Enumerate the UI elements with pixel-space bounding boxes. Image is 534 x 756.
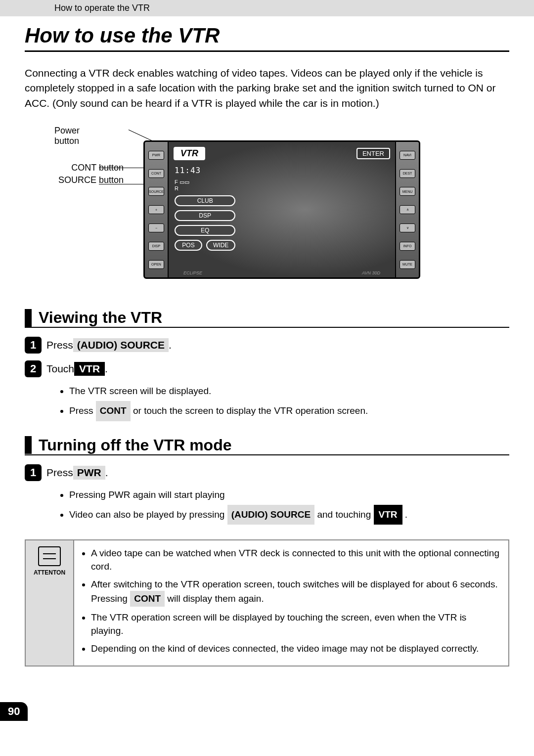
cont-button-label: CONT	[96, 401, 131, 421]
cont-button-label: CONT	[130, 591, 165, 607]
mute-button-icon: MUTE	[400, 260, 415, 269]
bullet-item: Pressing PWR again will start playing	[69, 486, 509, 504]
attention-text: will display them again.	[167, 593, 264, 604]
turnoff-bullets: Pressing PWR again will start playing Vi…	[69, 486, 509, 525]
book-icon	[38, 546, 61, 566]
dest-button-icon: DEST	[400, 169, 415, 178]
vtr-button-label: VTR	[374, 505, 402, 525]
device-left-buttons: PWR CONT SOURCE + − DISP OPEN	[145, 142, 168, 277]
device-touchscreen: VTR ENTER 11:43 F ▭▭R CLUB DSP EQ POS WI…	[168, 142, 396, 277]
attention-box: ATTENTON A video tape can be watched whe…	[25, 539, 509, 667]
soft-pos-button: POS	[175, 240, 202, 251]
device-right-buttons: NAVI DEST MENU ∧ ∨ INFO MUTE	[396, 142, 419, 277]
attention-icon-column: ATTENTON	[26, 540, 74, 666]
section-viewing-title: Viewing the VTR	[39, 309, 162, 327]
section-viewing-header: Viewing the VTR	[25, 309, 509, 328]
attention-item: Depending on the kind of devices connect…	[91, 642, 500, 656]
step-text: Press	[46, 339, 73, 351]
attention-label: ATTENTON	[34, 569, 65, 576]
screen-vtr-tag: VTR	[174, 147, 205, 160]
bullet-text: Video can also be played by pressing	[69, 509, 227, 520]
header-breadcrumb: How to operate the VTR	[0, 0, 534, 16]
bullet-text: and touching	[317, 509, 373, 520]
bullet-text: or touch the screen to display the VTR o…	[133, 405, 368, 416]
page-number: 90	[0, 702, 28, 721]
step-suffix: .	[105, 467, 108, 479]
menu-button-icon: MENU	[400, 187, 415, 196]
step-number: 1	[25, 337, 42, 354]
step-2-viewing: 2 Touch VTR .	[25, 360, 509, 377]
page-title: How to use the VTR	[25, 24, 509, 52]
step-suffix: .	[169, 339, 172, 351]
section-turnoff-header: Turning off the VTR mode	[25, 436, 509, 455]
bullet-item: Press CONT or touch the screen to displa…	[69, 401, 509, 421]
pwr-button-icon: PWR	[148, 151, 164, 160]
navi-button-icon: NAVI	[400, 151, 415, 160]
soft-wide-button: WIDE	[206, 240, 235, 251]
brand-eclipse: ECLIPSE	[183, 270, 202, 275]
audio-source-button-label: (AUDIO) SOURCE	[227, 505, 314, 525]
screen-time: 11:43	[175, 166, 235, 175]
bullet-item: The VTR screen will be displayed.	[69, 382, 509, 400]
vtr-button-label: VTR	[74, 362, 105, 376]
minus-button-icon: −	[148, 223, 164, 232]
soft-dsp-button: DSP	[175, 210, 235, 221]
audio-source-button-label: (AUDIO) SOURCE	[73, 338, 169, 352]
section-turnoff-title: Turning off the VTR mode	[39, 436, 231, 454]
step-text: Touch	[46, 363, 74, 375]
pwr-button-label: PWR	[73, 466, 105, 480]
device-diagram: Power button CONT button SOURCE button P…	[25, 126, 509, 289]
soft-club-button: CLUB	[175, 195, 235, 206]
step-number: 2	[25, 360, 42, 377]
cont-button-icon: CONT	[148, 169, 164, 178]
soft-eq-button: EQ	[175, 225, 235, 236]
pointer-line	[99, 168, 146, 168]
attention-item: A video tape can be watched when VTR dec…	[91, 546, 500, 574]
attention-item: The VTR operation screen will be display…	[91, 611, 500, 638]
disp-button-icon: DISP	[148, 242, 164, 251]
step-text: Press	[46, 467, 73, 479]
step-1-viewing: 1 Press (AUDIO) SOURCE .	[25, 337, 509, 354]
bullet-item: Video can also be played by pressing (AU…	[69, 505, 509, 525]
bullet-text: Press	[69, 405, 96, 416]
callout-power: Power button	[54, 126, 80, 146]
plus-button-icon: +	[148, 205, 164, 214]
open-button-icon: OPEN	[148, 260, 164, 269]
step-number: 1	[25, 464, 42, 481]
brand-model: AVN 30D	[362, 270, 380, 275]
attention-item: After switching to the VTR operation scr…	[91, 578, 500, 607]
screen-enter-button: ENTER	[356, 148, 390, 159]
intro-paragraph: Connecting a VTR deck enables watching o…	[25, 66, 509, 111]
info-button-icon: INFO	[400, 242, 415, 251]
step-1-turnoff: 1 Press PWR .	[25, 464, 509, 481]
device-screen: PWR CONT SOURCE + − DISP OPEN VTR ENTER …	[143, 140, 420, 279]
bullet-text: .	[405, 509, 407, 520]
step-suffix: .	[105, 363, 108, 375]
down-button-icon: ∨	[400, 223, 415, 232]
pointer-line	[99, 184, 146, 184]
viewing-bullets: The VTR screen will be displayed. Press …	[69, 382, 509, 421]
up-button-icon: ∧	[400, 205, 415, 214]
source-button-icon: SOURCE	[148, 187, 164, 196]
